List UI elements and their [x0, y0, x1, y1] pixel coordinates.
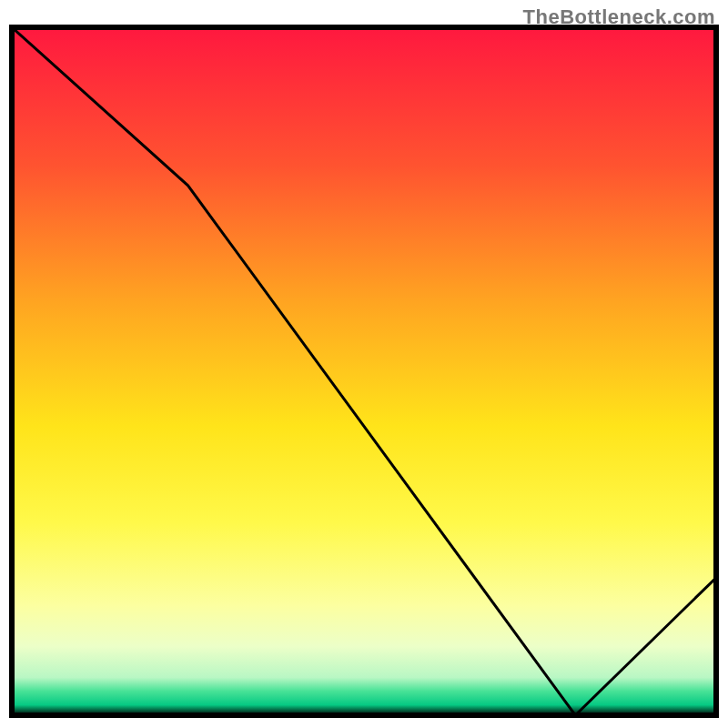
- bottleneck-chart: [0, 0, 728, 728]
- watermark-text: TheBottleneck.com: [523, 5, 715, 29]
- chart-container: TheBottleneck.com: [0, 0, 728, 728]
- plot-background: [12, 27, 716, 715]
